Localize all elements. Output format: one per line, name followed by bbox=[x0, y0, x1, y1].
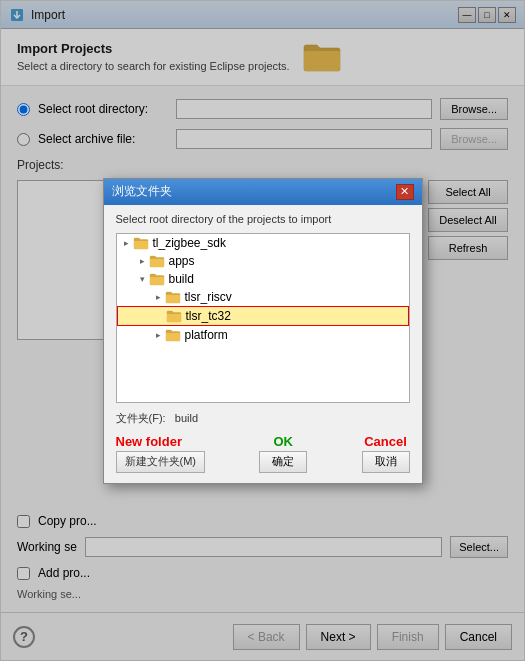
modal-close-button[interactable]: ✕ bbox=[396, 184, 414, 200]
new-folder-label[interactable]: New folder bbox=[116, 434, 182, 449]
tree-item[interactable]: ▸ tlsr_riscv bbox=[117, 288, 409, 306]
modal-cancel-label[interactable]: Cancel bbox=[364, 434, 407, 449]
tree-item[interactable]: ▸ apps bbox=[117, 252, 409, 270]
new-folder-col: New folder 新建文件夹(M) bbox=[116, 434, 206, 473]
modal-actions: New folder 新建文件夹(M) OK 确定 Cancel 取消 bbox=[104, 428, 422, 483]
modal-folder-value: build bbox=[175, 412, 198, 424]
modal-cancel-button[interactable]: 取消 bbox=[362, 451, 410, 473]
tree-item[interactable]: ▸ platform bbox=[117, 326, 409, 344]
cancel-col: Cancel 取消 bbox=[362, 434, 410, 473]
modal-overlay: 浏览文件夹 ✕ Select root directory of the pro… bbox=[1, 1, 524, 660]
modal-title: 浏览文件夹 bbox=[112, 183, 172, 200]
ok-label[interactable]: OK bbox=[274, 434, 294, 449]
main-window: Import — □ ✕ Import Projects Select a di… bbox=[0, 0, 525, 661]
modal-dialog: 浏览文件夹 ✕ Select root directory of the pro… bbox=[103, 178, 423, 484]
ok-col: OK 确定 bbox=[259, 434, 307, 473]
modal-description: Select root directory of the projects to… bbox=[104, 205, 422, 229]
tree-item[interactable]: ▸ tl_zigbee_sdk bbox=[117, 234, 409, 252]
tree-item[interactable]: ▾ build bbox=[117, 270, 409, 288]
tree-item[interactable]: tlsr_tc32 bbox=[117, 306, 409, 326]
ok-button[interactable]: 确定 bbox=[259, 451, 307, 473]
modal-title-bar: 浏览文件夹 ✕ bbox=[104, 179, 422, 205]
new-folder-button[interactable]: 新建文件夹(M) bbox=[116, 451, 206, 473]
modal-tree-area[interactable]: ▸ tl_zigbee_sdk ▸ apps ▾ build ▸ bbox=[116, 233, 410, 403]
modal-folder-label: 文件夹(F): build bbox=[104, 407, 422, 428]
